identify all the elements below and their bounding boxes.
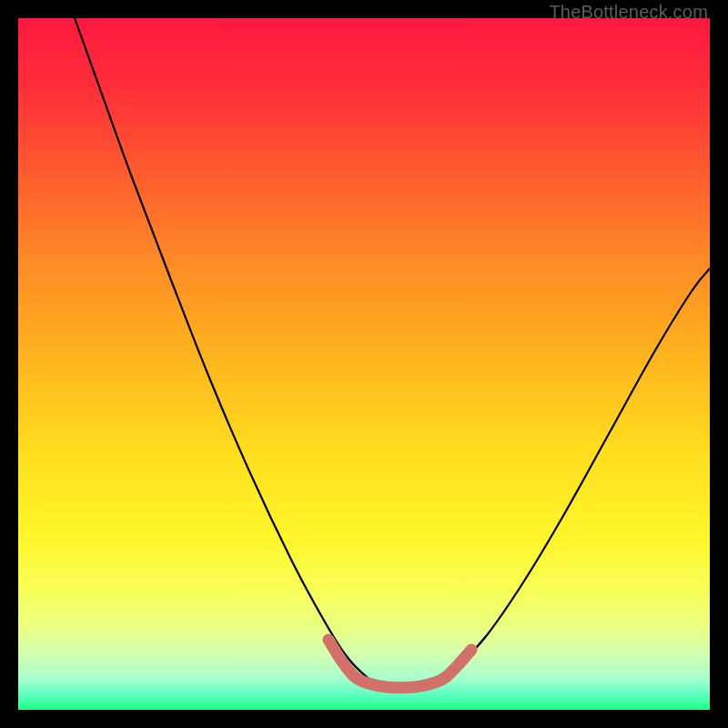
watermark-text: TheBottleneck.com: [549, 2, 708, 23]
outer-frame: TheBottleneck.com: [0, 0, 728, 728]
bottleneck-curve: [75, 18, 710, 687]
curve-layer: [18, 18, 710, 710]
highlight-band: [329, 640, 471, 688]
plot-area: [18, 18, 710, 710]
